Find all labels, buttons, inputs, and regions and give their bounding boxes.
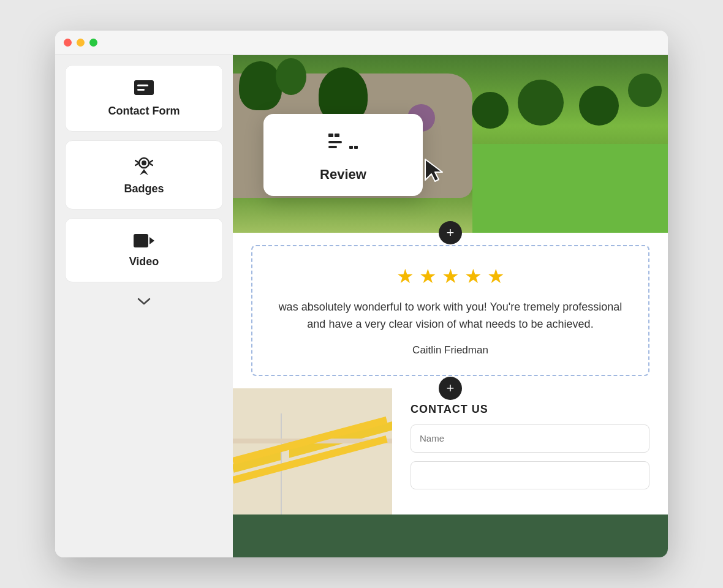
cursor-arrow — [423, 158, 445, 183]
add-section-bottom-button[interactable]: + — [439, 377, 462, 400]
review-section-wrapper: + ★ ★ ★ ★ ★ was absolutely wonderful to … — [233, 233, 668, 388]
contact-form-label: Contact Form — [108, 105, 180, 118]
video-icon — [132, 232, 156, 249]
sidebar-item-badges[interactable]: Badges — [65, 140, 223, 209]
app-window: Contact Form Badges — [55, 31, 668, 557]
svg-rect-2 — [137, 89, 145, 91]
svg-marker-5 — [140, 169, 148, 175]
sidebar: Contact Form Badges — [55, 55, 233, 557]
svg-rect-9 — [335, 134, 339, 137]
svg-rect-12 — [349, 146, 353, 149]
window-body: Contact Form Badges — [55, 55, 668, 557]
svg-rect-10 — [328, 141, 342, 143]
review-dashed-container: ★ ★ ★ ★ ★ was absolutely wonderful to wo… — [251, 245, 649, 376]
svg-rect-0 — [134, 80, 154, 95]
main-content: Review — [233, 55, 668, 557]
svg-rect-6 — [134, 234, 148, 247]
review-card: Review — [263, 114, 423, 196]
minimize-button[interactable] — [77, 39, 85, 47]
contact-title: CONTACT US — [411, 403, 649, 416]
svg-rect-8 — [328, 134, 333, 137]
star-rating: ★ ★ ★ ★ ★ — [396, 265, 505, 288]
star-1: ★ — [396, 265, 414, 288]
video-label: Video — [129, 255, 159, 268]
svg-point-4 — [142, 160, 146, 165]
svg-rect-11 — [328, 146, 337, 148]
footer-bar — [233, 514, 668, 557]
contact-form-icon — [133, 79, 155, 99]
contact-section: CONTACT US — [233, 388, 668, 514]
badges-label: Badges — [124, 183, 164, 195]
svg-rect-13 — [354, 146, 358, 149]
email-input[interactable] — [411, 461, 649, 489]
add-section-top-button[interactable]: + — [439, 221, 462, 244]
star-4: ★ — [464, 265, 482, 288]
review-card-label: Review — [320, 167, 366, 183]
sidebar-item-contact-form[interactable]: Contact Form — [65, 65, 223, 132]
sidebar-item-video[interactable]: Video — [65, 218, 223, 282]
star-2: ★ — [419, 265, 437, 288]
contact-form-area: CONTACT US — [392, 388, 668, 514]
name-input[interactable] — [411, 424, 649, 453]
svg-marker-14 — [425, 159, 442, 181]
titlebar — [55, 31, 668, 55]
review-card-icon — [327, 131, 359, 159]
close-button[interactable] — [64, 39, 72, 47]
sidebar-expand-button[interactable] — [65, 293, 223, 309]
map-area — [233, 388, 392, 514]
review-text: was absolutely wonderful to work with yo… — [277, 299, 624, 333]
review-author: Caitlin Friedman — [412, 344, 488, 356]
svg-rect-1 — [137, 85, 148, 86]
star-5: ★ — [487, 265, 505, 288]
star-3: ★ — [442, 265, 460, 288]
svg-marker-7 — [150, 237, 154, 244]
maximize-button[interactable] — [89, 39, 97, 47]
badges-icon — [133, 154, 155, 176]
